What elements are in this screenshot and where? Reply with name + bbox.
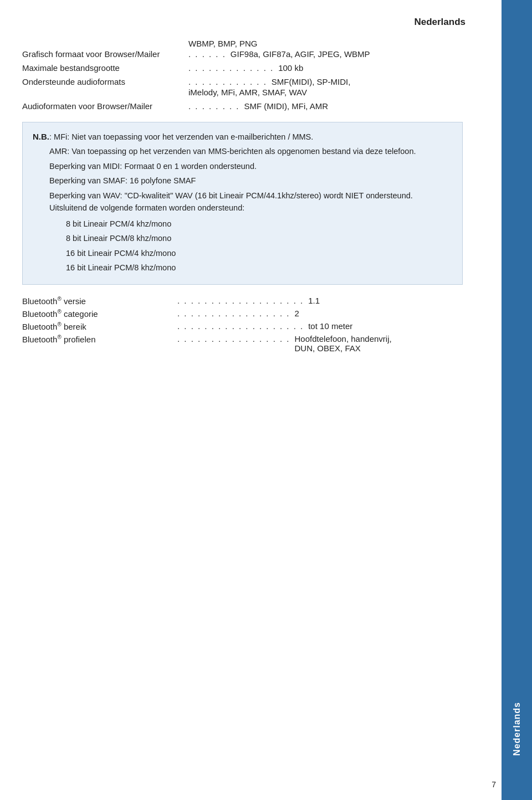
spec-value-pre: WBMP, BMP, PNG	[188, 39, 463, 48]
bt-label-profielen: Bluetooth® profielen	[22, 334, 177, 344]
spec-value-audio: SMF(MIDI), SP-MIDI,	[272, 77, 463, 86]
sidebar-right: Nederlands	[502, 0, 532, 800]
note-wav-text: Beperking van WAV: "CD-kwaliteit" WAV (1…	[49, 189, 452, 214]
spec-value-maximale: 100 kb	[278, 63, 463, 73]
bt-value-categorie: 2	[295, 309, 463, 318]
spec-row: Maximale bestandsgrootte . . . . . . . .…	[22, 63, 463, 73]
spec-label-maximale: Maximale bestandsgrootte	[22, 63, 188, 73]
note-smaf-text: Beperking van SMAF: 16 polyfone SMAF	[49, 175, 452, 187]
header-title: Nederlands	[414, 17, 466, 28]
spec-dots: . . . . . . . .	[188, 101, 240, 111]
spec-row: Grafisch formaat voor Browser/Mailer . .…	[22, 49, 463, 59]
spec-row: iMelody, MFi, AMR, SMAF, WAV	[22, 88, 463, 97]
note-midi-text: Beperking van MIDI: Formaat 0 en 1 worde…	[49, 160, 452, 172]
bt-value-versie: 1.1	[308, 296, 463, 305]
bt-value-profielen-1: Hoofdtelefoon, handenvrij,	[295, 334, 463, 343]
note-format-0: 8 bit Lineair PCM/4 khz/mono	[66, 218, 452, 230]
page-container: Nederlands Nederlands WBMP, BMP, PNG Gra…	[0, 0, 532, 800]
spec-value-audio2: iMelody, MFi, AMR, SMAF, WAV	[188, 88, 463, 97]
note-format-3: 16 bit Lineair PCM/8 khz/mono	[66, 261, 452, 274]
bt-label-versie: Bluetooth® versie	[22, 296, 177, 306]
bt-value-profielen: Hoofdtelefoon, handenvrij, DUN, OBEX, FA…	[295, 334, 463, 353]
note-amr-text: AMR: Van toepassing op het verzenden van…	[49, 145, 452, 157]
spec-value-grafisch: GIF98a, GIF87a, AGIF, JPEG, WBMP	[231, 49, 463, 59]
page-header: Nederlands	[22, 17, 499, 28]
sidebar-label: Nederlands	[512, 702, 522, 756]
note-smaf: Beperking van SMAF: 16 polyfone SMAF	[33, 175, 452, 187]
bluetooth-section: Bluetooth® versie . . . . . . . . . . . …	[22, 296, 463, 353]
bt-label-bereik: Bluetooth® bereik	[22, 321, 177, 331]
note-box: N.B.: MFi: Niet van toepassing voor het …	[22, 122, 463, 285]
bt-value-bereik: tot 10 meter	[308, 321, 463, 331]
spec-row: WBMP, BMP, PNG	[22, 39, 463, 48]
bt-row-profielen: Bluetooth® profielen . . . . . . . . . .…	[22, 334, 463, 353]
spec-value-audio-browser: SMF (MIDI), MFi, AMR	[244, 101, 463, 111]
page-number: 7	[492, 780, 496, 789]
spec-row: Ondersteunde audioformats . . . . . . . …	[22, 77, 463, 86]
main-content: WBMP, BMP, PNG Grafisch formaat voor Bro…	[22, 39, 499, 353]
spec-table: WBMP, BMP, PNG Grafisch formaat voor Bro…	[22, 39, 463, 111]
spec-dots: . . . . . .	[188, 49, 226, 59]
bt-dots: . . . . . . . . . . . . . . . . .	[177, 309, 290, 318]
note-nb-label: N.B.	[33, 132, 49, 141]
note-format-2: 16 bit Lineair PCM/4 khz/mono	[66, 247, 452, 259]
spec-row: Audioformaten voor Browser/Mailer . . . …	[22, 101, 463, 111]
note-amr: AMR: Van toepassing op het verzenden van…	[33, 145, 452, 157]
bt-dots: . . . . . . . . . . . . . . . . . . .	[177, 321, 304, 331]
note-formats-list: 8 bit Lineair PCM/4 khz/mono 8 bit Linea…	[33, 218, 452, 274]
note-midi: Beperking van MIDI: Formaat 0 en 1 worde…	[33, 160, 452, 172]
spec-dots: . . . . . . . . . . . . .	[188, 63, 274, 73]
note-wav: Beperking van WAV: "CD-kwaliteit" WAV (1…	[33, 189, 452, 214]
bt-value-profielen-2: DUN, OBEX, FAX	[295, 343, 463, 353]
spec-label-grafisch: Grafisch formaat voor Browser/Mailer	[22, 49, 188, 59]
note-nb-line: N.B.: MFi: Niet van toepassing voor het …	[33, 130, 452, 143]
bt-dots: . . . . . . . . . . . . . . . . .	[177, 334, 290, 343]
spec-dots: . . . . . . . . . . . .	[188, 77, 267, 86]
bt-label-categorie: Bluetooth® categorie	[22, 309, 177, 319]
bt-row-categorie: Bluetooth® categorie . . . . . . . . . .…	[22, 309, 463, 319]
spec-label-audio-browser: Audioformaten voor Browser/Mailer	[22, 101, 188, 111]
bt-row-bereik: Bluetooth® bereik . . . . . . . . . . . …	[22, 321, 463, 331]
note-format-1: 8 bit Lineair PCM/8 khz/mono	[66, 232, 452, 244]
spec-label-audio: Ondersteunde audioformats	[22, 77, 188, 86]
bt-row-versie: Bluetooth® versie . . . . . . . . . . . …	[22, 296, 463, 306]
bt-dots: . . . . . . . . . . . . . . . . . . .	[177, 296, 304, 305]
note-nb-text: : MFi: Niet van toepassing voor het verz…	[49, 132, 313, 141]
